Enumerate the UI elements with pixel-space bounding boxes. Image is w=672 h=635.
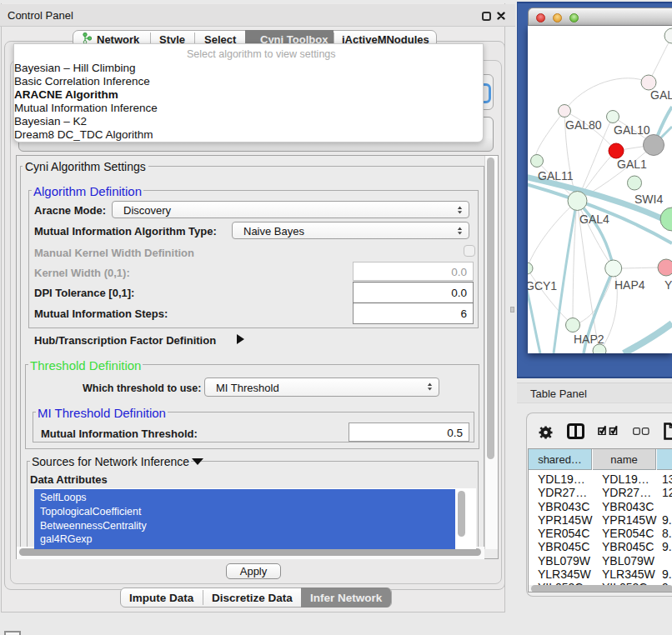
svg-text:HAP2: HAP2 — [574, 332, 604, 346]
svg-text:GAL4: GAL4 — [579, 212, 609, 226]
svg-text:YJ: YJ — [664, 278, 672, 292]
svg-text:GAL10: GAL10 — [614, 123, 650, 137]
svg-text:GAL11: GAL11 — [538, 169, 574, 182]
svg-text:GCY1: GCY1 — [528, 279, 557, 292]
svg-text:GAL1: GAL1 — [617, 158, 647, 171]
svg-text:HAP4: HAP4 — [614, 278, 645, 292]
svg-text:GAL80: GAL80 — [565, 118, 602, 132]
svg-text:SWI4: SWI4 — [634, 192, 663, 206]
svg-text:GAL2: GAL2 — [650, 88, 672, 102]
